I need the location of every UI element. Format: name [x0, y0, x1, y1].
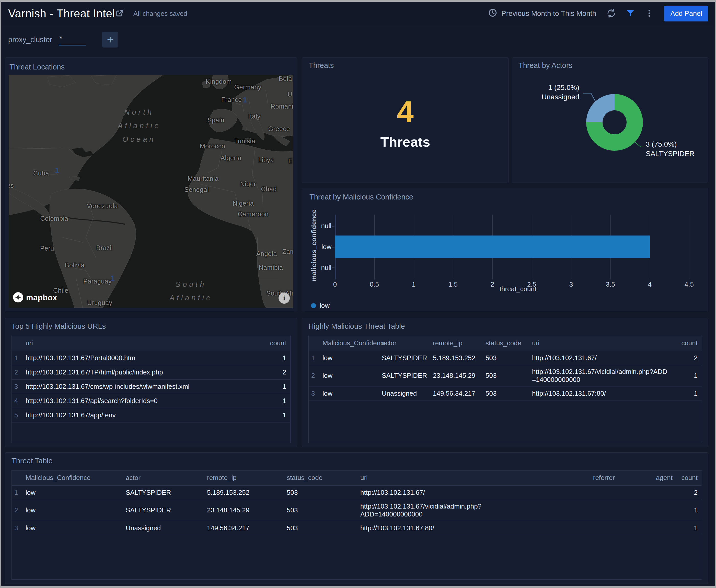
- table-row[interactable]: 1lowSALTYSPIDER5.189.153.252503http://10…: [12, 485, 702, 500]
- world-map[interactable]: KingdomGermanyBelaUFranceRomaniItalySpai…: [9, 75, 293, 308]
- map-country-label: Libya: [258, 156, 274, 164]
- column-header-index[interactable]: [309, 336, 320, 351]
- cell-Malicious_Confidence: low: [320, 351, 379, 365]
- cell-index: 2: [309, 365, 320, 386]
- column-header-remote_ip[interactable]: remote_ip: [204, 470, 284, 485]
- map-cluster-marker[interactable]: 1: [110, 274, 115, 282]
- map-country-label: E: [288, 157, 292, 165]
- column-header-Malicious_Confidence[interactable]: Malicious_Confidence: [23, 470, 123, 485]
- cell-status_code: 503: [483, 365, 530, 386]
- column-header-referrer[interactable]: referrer: [541, 470, 617, 485]
- cell-actor: SALTYSPIDER: [379, 365, 430, 386]
- column-header-status_code[interactable]: status_code: [483, 336, 530, 351]
- column-header-actor[interactable]: actor: [379, 336, 430, 351]
- map-country-label: Romani: [271, 103, 293, 110]
- x-tick-label: 1.5: [448, 280, 458, 288]
- add-panel-button[interactable]: Add Panel: [664, 6, 708, 21]
- legend-swatch: [311, 303, 316, 308]
- cell-actor: SALTYSPIDER: [379, 351, 430, 365]
- refresh-button[interactable]: [606, 8, 616, 19]
- table-row[interactable]: 3lowUnassigned149.56.34.217503http://103…: [12, 521, 702, 535]
- autosave-status: All changes saved: [134, 10, 187, 18]
- share-icon: [115, 8, 125, 19]
- gridline: [650, 214, 650, 279]
- cell-remote_ip: 23.148.145.29: [430, 365, 483, 386]
- table-row[interactable]: 2http://103.102.131.67/TP/html/public/in…: [12, 365, 290, 379]
- cell-count: 1: [671, 365, 702, 386]
- table-row[interactable]: 3lowUnassigned149.56.34.217503http://103…: [309, 386, 702, 400]
- table-row[interactable]: 4http://103.102.131.67/api/search?folder…: [12, 394, 290, 408]
- map-cluster-marker[interactable]: 1: [243, 96, 247, 104]
- column-header-uri[interactable]: uri: [23, 336, 262, 351]
- cell-Malicious_Confidence: low: [23, 500, 123, 521]
- cell-count: 1: [671, 386, 702, 400]
- map-country-label: Mauritania: [188, 175, 219, 182]
- share-button[interactable]: [115, 8, 125, 19]
- donut-callout-saltyspider: 3 (75.0%) SALTYSPIDER: [646, 140, 695, 159]
- chart-legend[interactable]: low: [309, 302, 701, 310]
- column-header-uri[interactable]: uri: [530, 336, 671, 351]
- column-header-Malicious_Confidence[interactable]: Malicious_Confidence: [320, 336, 379, 351]
- cell-actor: SALTYSPIDER: [123, 485, 204, 500]
- table-row[interactable]: 5http://103.102.131.67/app/.env1: [12, 408, 290, 422]
- column-header-uri[interactable]: uri: [358, 470, 541, 485]
- x-tick-label: 0: [333, 280, 337, 288]
- cell-agent: [617, 485, 675, 500]
- x-tick-label: 2: [491, 280, 494, 288]
- column-header-status_code[interactable]: status_code: [284, 470, 358, 485]
- cell-count: 1: [262, 379, 290, 394]
- more-menu-button[interactable]: [645, 9, 654, 19]
- cell-actor: SALTYSPIDER: [123, 500, 204, 521]
- bar-low[interactable]: [335, 235, 650, 258]
- refresh-icon: [606, 8, 616, 19]
- table-row[interactable]: 3http://103.102.131.67/cms/wp-includes/w…: [12, 379, 290, 394]
- cell-Malicious_Confidence: low: [23, 521, 123, 535]
- x-axis-ticks: 00.511.522.533.544.5: [335, 276, 701, 288]
- threat-table: Malicious_Confidenceactorremote_ipstatus…: [12, 470, 702, 536]
- panel-threat-locations: Threat Locations: [5, 58, 297, 311]
- cell-count: 1: [262, 394, 290, 408]
- row-3: Threat Table Malicious_Confidenceactorre…: [5, 453, 708, 584]
- map-country-label: Spain: [207, 116, 224, 124]
- map-country-label: Germany: [234, 84, 261, 91]
- gridline: [689, 214, 690, 279]
- column-header-index[interactable]: [12, 470, 23, 485]
- cell-index: 1: [12, 351, 23, 365]
- table-row[interactable]: 1lowSALTYSPIDER5.189.153.252503http://10…: [309, 351, 702, 365]
- panel-title: Threat by Malicious Confidence: [309, 193, 701, 201]
- column-header-agent[interactable]: agent: [617, 470, 675, 485]
- legend-label: low: [320, 302, 330, 310]
- table-row[interactable]: 2lowSALTYSPIDER23.148.145.29503http://10…: [309, 365, 702, 386]
- map-country-label: Uruguay: [87, 299, 112, 306]
- map-cluster-marker[interactable]: 1: [55, 166, 59, 175]
- filter-button[interactable]: [626, 9, 635, 19]
- add-filter-button[interactable]: +: [102, 32, 118, 47]
- cell-index: 5: [12, 408, 23, 422]
- cell-index: 4: [12, 394, 23, 408]
- column-header-actor[interactable]: actor: [123, 470, 204, 485]
- panel-top5-malicious-urls: Top 5 Highly Malicious URLs uricount1htt…: [5, 318, 297, 447]
- column-header-index[interactable]: [12, 336, 23, 351]
- proxy-cluster-input[interactable]: *: [59, 34, 86, 45]
- actors-donut-chart[interactable]: 1 (25.0%) Unassigned 3 (75.0%) SALTYSPID…: [518, 70, 702, 179]
- column-header-remote_ip[interactable]: remote_ip: [430, 336, 483, 351]
- callout-label: SALTYSPIDER: [646, 149, 695, 159]
- column-header-count[interactable]: count: [671, 336, 702, 351]
- confidence-bar-chart[interactable]: malicious_confidence nulllownull 00.511.…: [309, 214, 701, 276]
- panel-threat-by-actors: Threat by Actors 1 (: [512, 58, 708, 183]
- column-header-count[interactable]: count: [262, 336, 290, 351]
- time-range-label: Previous Month to This Month: [502, 9, 596, 18]
- mapbox-wordmark: mapbox: [26, 293, 57, 302]
- panel-threat-table: Threat Table Malicious_Confidenceactorre…: [5, 453, 708, 584]
- map-country-label: Tunisia: [234, 138, 255, 145]
- mapbox-icon: [13, 292, 23, 304]
- table-row[interactable]: 2lowSALTYSPIDER23.148.145.29503http://10…: [12, 500, 702, 521]
- y-axis-ticks: nulllownull: [318, 214, 335, 276]
- time-range-selector[interactable]: Previous Month to This Month: [488, 8, 596, 19]
- map-ocean-label: Ocean: [174, 307, 207, 308]
- table-row[interactable]: 1http://103.102.131.67/Portal0000.htm1: [12, 351, 290, 365]
- cell-uri: http://103.102.131.67/cms/wp-includes/wl…: [23, 379, 262, 394]
- column-header-count[interactable]: count: [675, 470, 702, 485]
- map-info-button[interactable]: i: [279, 292, 290, 304]
- mapbox-attribution[interactable]: mapbox: [13, 292, 57, 304]
